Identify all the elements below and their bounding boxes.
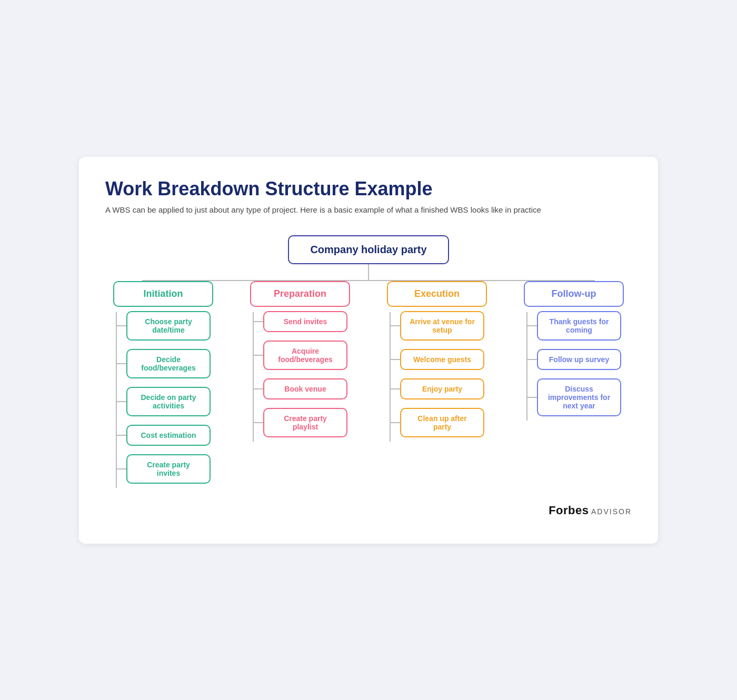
- child-node: Book venue: [263, 378, 347, 399]
- list-item: Discuss improvements for next year: [527, 374, 621, 421]
- cat-initiation: Initiation: [113, 281, 213, 307]
- page-title: Work Breakdown Structure Example: [105, 178, 632, 200]
- child-node: Decide food/beverages: [126, 349, 211, 378]
- column-initiation: Initiation Choose party date/time Decide…: [105, 281, 221, 488]
- child-node: Clean up after party: [400, 408, 484, 437]
- forbes-brand: Forbes: [549, 504, 589, 517]
- column-preparation: Preparation Send invites Acquire food/be…: [242, 281, 358, 488]
- list-item: Enjoy party: [391, 374, 484, 404]
- child-node: Cost estimation: [126, 425, 211, 446]
- root-node: Company holiday party: [288, 235, 449, 264]
- followup-children: Thank guests for coming Follow up survey…: [527, 307, 621, 421]
- child-node: Follow up survey: [537, 349, 621, 370]
- list-item: Create party playlist: [254, 404, 347, 442]
- list-item: Choose party date/time: [117, 307, 211, 345]
- cat-preparation: Preparation: [250, 281, 350, 307]
- list-item: Cost estimation: [117, 421, 211, 450]
- root-down-connector: [368, 264, 369, 280]
- child-node: Arrive at venue for setup: [400, 311, 484, 341]
- child-node: Choose party date/time: [126, 311, 211, 341]
- list-item: Clean up after party: [391, 404, 484, 442]
- child-node: Decide on party activities: [126, 387, 211, 416]
- list-item: Send invites: [254, 307, 347, 336]
- cat-execution: Execution: [387, 281, 487, 307]
- wbs-diagram: Company holiday party Initiation: [105, 235, 632, 488]
- child-node: Enjoy party: [400, 378, 484, 399]
- column-execution: Execution Arrive at venue for setup Welc…: [379, 281, 495, 488]
- list-item: Decide on party activities: [117, 383, 211, 421]
- child-node: Welcome guests: [400, 349, 484, 370]
- column-followup: Follow-up Thank guests for coming Follow…: [516, 281, 632, 488]
- execution-children: Arrive at venue for setup Welcome guests…: [391, 307, 484, 442]
- child-node: Thank guests for coming: [537, 311, 621, 341]
- forbes-advisor: ADVISOR: [591, 507, 632, 516]
- child-node: Create party invites: [126, 454, 211, 484]
- list-item: Book venue: [254, 374, 347, 404]
- child-node: Discuss improvements for next year: [537, 378, 621, 416]
- preparation-children: Send invites Acquire food/beverages Book…: [254, 307, 347, 442]
- initiation-children: Choose party date/time Decide food/bever…: [117, 307, 211, 488]
- list-item: Arrive at venue for setup: [391, 307, 484, 345]
- child-node: Send invites: [263, 311, 347, 332]
- child-node: Acquire food/beverages: [263, 341, 347, 370]
- list-item: Thank guests for coming: [527, 307, 621, 345]
- cat-followup: Follow-up: [524, 281, 624, 307]
- list-item: Follow up survey: [527, 345, 621, 374]
- list-item: Acquire food/beverages: [254, 336, 347, 374]
- list-item: Welcome guests: [391, 345, 484, 374]
- child-node: Create party playlist: [263, 408, 347, 437]
- main-card: Work Breakdown Structure Example A WBS c…: [79, 157, 658, 544]
- list-item: Decide food/beverages: [117, 345, 211, 383]
- page-subtitle: A WBS can be applied to just about any t…: [105, 205, 632, 214]
- footer: Forbes ADVISOR: [105, 504, 632, 517]
- columns-container: Initiation Choose party date/time Decide…: [105, 281, 632, 488]
- list-item: Create party invites: [117, 450, 211, 488]
